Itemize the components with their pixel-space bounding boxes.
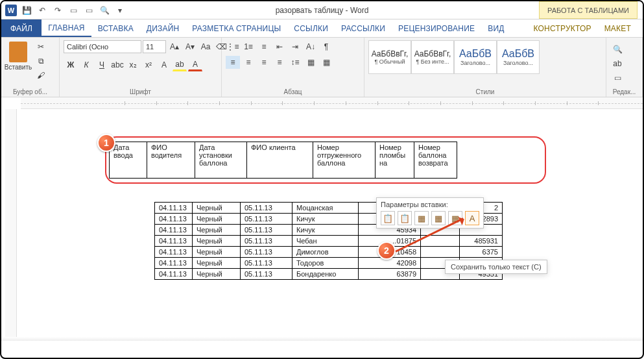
align-left-icon[interactable]: ≡ — [226, 56, 240, 69]
tab-mailings[interactable]: РАССЫЛКИ — [335, 19, 392, 37]
shading-icon[interactable]: ▦ — [304, 56, 318, 69]
paste-nest-icon[interactable]: ▦ — [414, 211, 429, 225]
table-cell[interactable]: 05.11.13 — [241, 203, 292, 214]
col-header[interactable]: Номер отгруженного баллона — [313, 142, 376, 179]
tab-page-layout[interactable]: РАЗМЕТКА СТРАНИЦЫ — [185, 19, 287, 37]
tab-references[interactable]: ССЫЛКИ — [287, 19, 335, 37]
tab-insert[interactable]: ВСТАВКА — [91, 19, 140, 37]
align-center-icon[interactable]: ≡ — [241, 56, 256, 69]
table-cell[interactable]: Кичук — [292, 225, 359, 236]
subscript-button[interactable]: x₂ — [126, 58, 140, 71]
change-case-icon[interactable]: Aa — [198, 40, 213, 53]
table-cell[interactable]: 04.11.13 — [155, 203, 193, 214]
horizontal-ruler[interactable] — [21, 97, 643, 109]
col-header[interactable]: Номер баллона возврата — [414, 142, 457, 179]
tab-home[interactable]: ГЛАВНАЯ — [42, 19, 91, 37]
bullets-icon[interactable]: ⋮≡ — [226, 40, 240, 53]
show-marks-icon[interactable]: ¶ — [319, 40, 333, 53]
numbering-icon[interactable]: 1≡ — [241, 40, 256, 53]
sort-icon[interactable]: A↓ — [304, 40, 318, 53]
table-cell[interactable]: Чебан — [292, 236, 359, 247]
table-row[interactable]: 04.11.13Черный05.11.13Чебан..01875485931 — [155, 236, 503, 247]
borders-icon[interactable]: ▦ — [319, 56, 333, 69]
table-cell[interactable]: 05.11.13 — [241, 269, 292, 280]
col-header[interactable]: Дата ввода — [110, 142, 147, 179]
table-cell[interactable]: Черный — [193, 225, 241, 236]
style-heading2[interactable]: АаБбВЗаголово... — [497, 40, 540, 74]
document-page[interactable]: 1 Дата ввода ФИО водителя Дата установки… — [105, 136, 546, 280]
word-app-icon[interactable]: W — [4, 3, 18, 18]
align-right-icon[interactable]: ≡ — [257, 56, 271, 69]
col-header[interactable]: ФИО водителя — [147, 142, 195, 179]
justify-icon[interactable]: ≡ — [272, 56, 287, 69]
tab-table-layout[interactable]: МАКЕТ — [598, 19, 638, 37]
table-cell[interactable]: 04.11.13 — [155, 247, 193, 258]
decrease-font-icon[interactable]: A▾ — [183, 40, 197, 53]
table-cell[interactable]: 05.11.13 — [241, 214, 292, 225]
vertical-ruler[interactable] — [5, 109, 17, 341]
highlight-icon[interactable]: ab — [173, 58, 187, 71]
table-cell[interactable]: Черный — [193, 269, 241, 280]
underline-button[interactable]: Ч — [95, 58, 109, 71]
font-name-combo[interactable]: Calibri (Осно — [64, 40, 141, 53]
text-effects-icon[interactable]: A — [157, 58, 171, 71]
table-cell[interactable]: 04.11.13 — [155, 225, 193, 236]
tab-file[interactable]: ФАЙЛ — [1, 19, 42, 37]
font-size-combo[interactable]: 11 — [143, 40, 166, 53]
strike-button[interactable]: abc — [110, 58, 125, 71]
table-cell[interactable]: 04.11.13 — [155, 258, 193, 269]
table-cell[interactable]: Кичук — [292, 214, 359, 225]
save-icon[interactable]: 💾 — [19, 3, 34, 18]
style-heading1[interactable]: АаБбВЗаголово... — [454, 40, 497, 74]
increase-indent-icon[interactable]: ⇥ — [288, 40, 302, 53]
table-header[interactable]: Дата ввода ФИО водителя Дата установки б… — [109, 142, 457, 179]
tab-design[interactable]: ДИЗАЙН — [140, 19, 186, 37]
table-cell[interactable]: Черный — [193, 258, 241, 269]
multilevel-icon[interactable]: ≡ — [257, 40, 271, 53]
col-header[interactable]: ФИО клиента — [247, 142, 313, 179]
tab-view[interactable]: ВИД — [481, 19, 510, 37]
increase-font-icon[interactable]: A▴ — [167, 40, 182, 53]
bold-button[interactable]: Ж — [64, 58, 78, 71]
table-cell[interactable]: Моцанская — [292, 203, 359, 214]
styles-gallery[interactable]: АаБбВвГг,¶ Обычный АаБбВвГг,¶ Без инте..… — [368, 40, 540, 74]
find-icon[interactable]: 🔍 — [610, 43, 625, 56]
table-cell[interactable] — [421, 247, 460, 258]
print-preview-icon[interactable]: 🔍 — [97, 3, 112, 18]
table-cell[interactable]: Черный — [193, 203, 241, 214]
table-row[interactable]: 04.11.13Черный05.11.13Димоглов104586375 — [155, 247, 503, 258]
table-cell[interactable]: 04.11.13 — [155, 214, 193, 225]
table-cell[interactable]: 05.11.13 — [241, 247, 292, 258]
redo-icon[interactable]: ↷ — [51, 3, 65, 18]
table-cell[interactable]: 63879 — [359, 269, 421, 280]
table-cell[interactable]: Черный — [193, 214, 241, 225]
table-cell[interactable]: 485931 — [460, 236, 503, 247]
italic-button[interactable]: К — [79, 58, 93, 71]
undo-icon[interactable]: ↶ — [35, 3, 49, 18]
table-cell[interactable]: 04.11.13 — [155, 269, 193, 280]
style-normal[interactable]: АаБбВвГг,¶ Обычный — [368, 40, 411, 74]
superscript-button[interactable]: x² — [141, 58, 156, 71]
style-no-spacing[interactable]: АаБбВвГг,¶ Без инте... — [411, 40, 454, 74]
col-header[interactable]: Дата установки баллона — [195, 142, 247, 179]
table-cell[interactable]: 05.11.13 — [241, 225, 292, 236]
decrease-indent-icon[interactable]: ⇤ — [272, 40, 287, 53]
qat-dropdown-icon[interactable]: ▾ — [113, 3, 127, 18]
paste-keep-source-icon[interactable]: 📋 — [381, 211, 395, 225]
table-cell[interactable]: Димоглов — [292, 247, 359, 258]
table-cell[interactable]: Тодоров — [292, 258, 359, 269]
table-cell[interactable]: 04.11.13 — [155, 236, 193, 247]
replace-icon[interactable]: ab — [610, 57, 625, 70]
format-painter-button[interactable]: 🖌 — [34, 69, 48, 82]
new-icon[interactable]: ▭ — [66, 3, 80, 18]
tab-table-design[interactable]: КОНСТРУКТОР — [527, 19, 598, 37]
paste-merge-icon[interactable]: 📋 — [398, 211, 412, 225]
table-cell[interactable]: 05.11.13 — [241, 236, 292, 247]
table-cell[interactable]: Черный — [193, 236, 241, 247]
open-icon[interactable]: ▭ — [82, 3, 96, 18]
table-cell[interactable]: Черный — [193, 247, 241, 258]
table-cell[interactable]: 6375 — [460, 247, 503, 258]
cut-button[interactable]: ✂ — [34, 40, 48, 53]
paste-button[interactable]: Вставить — [5, 40, 31, 79]
copy-button[interactable]: ⧉ — [34, 55, 48, 68]
